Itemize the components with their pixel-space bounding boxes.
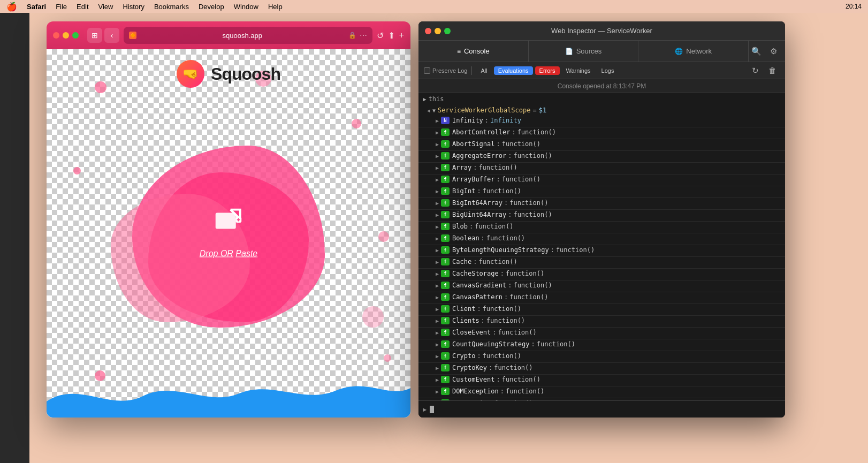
entry-expand-icon[interactable]: ▶ [436, 117, 439, 124]
entry-expand-icon[interactable]: ▶ [436, 364, 439, 371]
console-entry-row[interactable]: ▶NInfinity: Infinity [418, 116, 785, 127]
entry-expand-icon[interactable]: ▶ [436, 152, 439, 159]
scope-triangle[interactable]: ▼ [432, 108, 436, 113]
scope-row[interactable]: ◀ ▼ ServiceWorkerGlobalScope = $1 [418, 105, 785, 116]
entry-expand-icon[interactable]: ▶ [436, 352, 439, 359]
prop-colon: : [504, 199, 508, 207]
maximize-button[interactable] [72, 32, 79, 39]
console-entry-row[interactable]: ▶fDOMException: function() [418, 386, 785, 398]
entry-expand-icon[interactable]: ▶ [436, 234, 439, 241]
console-entry-row[interactable]: ▶fBigInt64Array: function() [418, 198, 785, 210]
entry-expand-icon[interactable]: ▶ [436, 223, 439, 230]
entry-expand-icon[interactable]: ▶ [436, 258, 439, 265]
console-entry-row[interactable]: ▶fBigUint64Array: function() [418, 210, 785, 222]
share-icon[interactable]: ⬆ [388, 31, 395, 41]
console-entry-row[interactable]: ▶fCustomEvent: function() [418, 375, 785, 386]
filter-errors[interactable]: Errors [535, 66, 560, 75]
entry-expand-icon[interactable]: ▶ [436, 187, 439, 194]
search-button[interactable]: 🔍 [749, 44, 764, 59]
reload-button[interactable]: ↻ [748, 63, 763, 78]
console-entry-row[interactable]: ▶fCanvasGradient: function() [418, 280, 785, 292]
console-entry-row[interactable]: ▶fCryptoKey: function() [418, 363, 785, 375]
menubar-window[interactable]: Window [234, 3, 258, 11]
console-output[interactable]: ▶ this ◀ ▼ ServiceWorkerGlobalScope = $1… [418, 93, 785, 400]
checkbox[interactable] [424, 67, 430, 74]
console-entry-row[interactable]: ▶fArrayBuffer: function() [418, 174, 785, 186]
tab-console[interactable]: ≡ Console [418, 41, 529, 62]
console-entry-row[interactable]: ▶fCloseEvent: function() [418, 328, 785, 339]
prop-name: AbortController [452, 128, 510, 136]
entry-expand-icon[interactable]: ▶ [436, 317, 439, 324]
filter-logs[interactable]: Logs [597, 66, 619, 75]
entry-expand-icon[interactable]: ▶ [436, 246, 439, 253]
console-entry-row[interactable]: ▶fCanvasPattern: function() [418, 292, 785, 304]
entry-expand-icon[interactable]: ▶ [436, 270, 439, 277]
settings-button[interactable]: ⚙ [766, 44, 781, 59]
console-entry-row[interactable]: ▶fBlob: function() [418, 222, 785, 233]
apple-menu[interactable]: 🍎 [6, 2, 17, 12]
address-bar[interactable]: 🔶 squoosh.app 🔒 ⋯ [124, 27, 372, 44]
this-row[interactable]: ▶ this [418, 93, 785, 105]
console-entry-row[interactable]: ▶fBoolean: function() [418, 233, 785, 245]
menubar-history[interactable]: History [123, 3, 144, 11]
close-button[interactable] [53, 32, 59, 39]
filter-warnings[interactable]: Warnings [562, 66, 595, 75]
entry-expand-icon[interactable]: ▶ [436, 140, 439, 147]
entry-expand-icon[interactable]: ▶ [436, 376, 439, 383]
entry-expand-icon[interactable]: ▶ [436, 176, 439, 183]
console-entry-row[interactable]: ▶fAbortSignal: function() [418, 139, 785, 151]
function-badge: f [441, 270, 450, 277]
menubar-develop[interactable]: Develop [199, 3, 224, 11]
console-entry-row[interactable]: ▶fClient: function() [418, 304, 785, 316]
menubar-view[interactable]: View [98, 3, 113, 11]
entry-expand-icon[interactable]: ▶ [436, 199, 439, 206]
paste-link[interactable]: Paste [235, 249, 257, 258]
console-entry-row[interactable]: ▶fAbortController: function() [418, 127, 785, 139]
entry-expand-icon[interactable]: ▶ [436, 305, 439, 312]
console-entry-row[interactable]: ▶fCacheStorage: function() [418, 269, 785, 280]
prop-colon: : [508, 152, 512, 160]
bookmark-icon[interactable]: ↺ [377, 31, 384, 41]
function-badge: f [441, 140, 450, 148]
console-entry-row[interactable]: ▶fClients: function() [418, 316, 785, 328]
entry-expand-icon[interactable]: ▶ [436, 293, 439, 300]
entry-expand-icon[interactable]: ▶ [436, 164, 439, 171]
sidebar-toggle-button[interactable]: ⊞ [87, 28, 102, 43]
minimize-button[interactable] [63, 32, 69, 39]
back-button[interactable]: ‹ [104, 28, 119, 43]
entry-expand-icon[interactable]: ▶ [436, 340, 439, 347]
console-entry-row[interactable]: ▶fCache: function() [418, 257, 785, 269]
new-tab-icon[interactable]: + [399, 31, 404, 41]
console-entry-row[interactable]: ▶fByteLengthQueuingStrategy: function() [418, 245, 785, 257]
scope-expand-icon[interactable]: ◀ [427, 108, 430, 113]
inspector-close[interactable] [425, 28, 431, 34]
clear-button[interactable]: 🗑 [765, 63, 780, 78]
entry-expand-icon[interactable]: ▶ [436, 388, 439, 394]
filter-all[interactable]: All [476, 66, 491, 75]
console-input[interactable]: ▶ [418, 400, 785, 418]
console-entry-row[interactable]: ▶fArray: function() [418, 163, 785, 174]
prop-colon: : [477, 352, 481, 360]
menubar-file[interactable]: File [56, 3, 67, 11]
prop-name: Crypto [452, 352, 475, 360]
console-entry-row[interactable]: ▶fCrypto: function() [418, 351, 785, 363]
console-entry-row[interactable]: ▶fCountQueuingStrategy: function() [418, 339, 785, 351]
menubar-edit[interactable]: Edit [77, 3, 88, 11]
entry-expand-icon[interactable]: ▶ [436, 211, 439, 218]
tab-network[interactable]: 🌐 Network [638, 41, 749, 62]
menubar-bookmarks[interactable]: Bookmarks [154, 3, 189, 11]
prop-colon: : [473, 258, 477, 265]
inspector-maximize[interactable] [444, 28, 451, 34]
drop-zone[interactable]: Drop OR Paste [200, 209, 258, 259]
filter-evaluations[interactable]: Evaluations [494, 66, 533, 75]
entry-expand-icon[interactable]: ▶ [436, 128, 439, 135]
entry-expand-icon[interactable]: ▶ [436, 282, 439, 289]
entry-expand-icon[interactable]: ▶ [436, 329, 439, 336]
tab-sources[interactable]: 📄 Sources [529, 41, 639, 62]
preserve-log-checkbox[interactable]: Preserve Log [424, 67, 467, 74]
menubar-help[interactable]: Help [268, 3, 283, 11]
console-entry-row[interactable]: ▶fBigInt: function() [418, 186, 785, 198]
console-entry-row[interactable]: ▶fAggregateError: function() [418, 151, 785, 163]
menubar-safari[interactable]: Safari [27, 3, 46, 11]
inspector-minimize[interactable] [435, 28, 441, 34]
